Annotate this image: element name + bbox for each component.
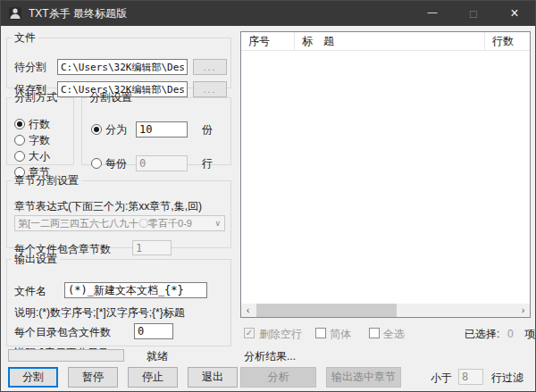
files-per-dir-input[interactable] (134, 323, 173, 339)
status-ready-label: 就绪 (147, 350, 168, 363)
selected-label: 已选择: (465, 328, 499, 340)
radio-size[interactable] (14, 151, 25, 162)
minimize-icon: — (428, 6, 438, 17)
radio-per-part[interactable] (91, 158, 102, 169)
app-window: TXT杀手 最终标题版 — □ × 文件 待分割 ... 保存到 ... 分割方… (0, 0, 536, 392)
minimize-button[interactable]: — (412, 1, 453, 26)
files-per-dir-label: 每个目录包含文件数 (14, 326, 111, 338)
scroll-right-icon[interactable]: › (516, 304, 530, 317)
filter-suffix-label: 行过滤 (491, 371, 523, 384)
radio-lines-label: 行数 (29, 118, 50, 130)
chapter-expr-label: 章节表达式(下面三个为:第xx章节,集,回) (14, 200, 202, 213)
output-settings-group: 输出设置 文件名 说明:(*)数字序号;[*]汉字序号;{*}标题 每个目录包含… (6, 252, 231, 346)
file-group-title: 文件 (12, 30, 38, 46)
radio-split-into[interactable] (91, 124, 102, 135)
split-method-title: 分割方式 (12, 90, 60, 105)
maximize-button: □ (453, 1, 494, 26)
window-title: TXT杀手 最终标题版 (29, 6, 127, 21)
chevron-down-icon: ∨ (211, 219, 224, 228)
close-button[interactable]: × (494, 1, 535, 26)
split-settings-title: 分割设置 (87, 90, 135, 105)
source-path-input[interactable] (57, 59, 188, 75)
file-group: 文件 待分割 ... 保存到 ... (6, 30, 231, 88)
chapter-list[interactable]: 序号 标 题 行数 ‹ › (240, 31, 531, 318)
radio-chars-label: 字数 (29, 134, 50, 146)
radio-size-label: 大小 (29, 150, 50, 163)
app-icon (8, 6, 22, 21)
chapter-settings-title: 章节分割设置 (12, 173, 81, 188)
simplified-label: 简体 (330, 328, 351, 340)
titlebar: TXT杀手 最终标题版 — □ × (1, 1, 535, 26)
column-index[interactable]: 序号 (241, 32, 295, 50)
filename-note: 说明:(*)数字序号;[*]汉字序号;{*}标题 (14, 306, 185, 319)
parts-count-input[interactable] (136, 121, 188, 138)
split-into-label: 分为 (105, 123, 127, 136)
scroll-left-icon[interactable]: ‹ (241, 304, 255, 317)
per-part-unit-label: 行 (202, 157, 213, 170)
analysis-result-label: 分析结果... (244, 350, 296, 363)
split-button[interactable]: 分割 (8, 367, 58, 388)
split-method-group: 分割方式 行数 字数 大小 章节 (6, 90, 74, 165)
analyze-button: 分析 (240, 367, 316, 388)
column-linecount[interactable]: 行数 (485, 32, 530, 50)
filter-lines-input (458, 369, 483, 385)
source-label: 待分割 (14, 61, 46, 73)
delete-blank-label: 删除空行 (259, 328, 302, 340)
per-part-input (136, 155, 188, 171)
chapter-settings-group: 章节分割设置 章节表达式(下面三个为:第xx章节,集,回) 第[一二两三四五六七… (6, 173, 231, 248)
select-all-label: 全选 (383, 328, 405, 340)
progress-bar (8, 349, 124, 362)
chapter-expr-combobox: 第[一二两三四五六七八九十〇零百千0-9 ∨ (14, 215, 225, 231)
chapter-expr-value: 第[一二两三四五六七八九十〇零百千0-9 (18, 217, 192, 230)
output-settings-title: 输出设置 (12, 252, 60, 267)
filename-label: 文件名 (14, 285, 46, 297)
radio-lines[interactable] (14, 119, 25, 129)
parts-unit-label: 份 (202, 123, 213, 136)
scrollbar-thumb[interactable] (256, 304, 397, 317)
chapter-list-header: 序号 标 题 行数 (241, 32, 530, 51)
window-controls: — □ × (412, 1, 535, 26)
split-settings-group: 分割设置 分为 份 每份 行 (81, 90, 231, 165)
selected-count: 0 (507, 328, 514, 340)
delete-blank-checkbox: ✓ (244, 328, 255, 338)
column-title[interactable]: 标 题 (295, 32, 485, 50)
select-all-checkbox[interactable] (369, 328, 380, 338)
stop-button[interactable]: 停止 (128, 367, 178, 388)
selected-unit-label: 项 (524, 328, 535, 340)
exit-button[interactable]: 退出 (188, 367, 238, 388)
maximize-icon: □ (470, 7, 477, 21)
horizontal-scrollbar[interactable]: ‹ › (241, 304, 530, 317)
chapter-list-body (241, 51, 530, 304)
per-part-label: 每份 (105, 157, 127, 170)
radio-chars[interactable] (14, 135, 25, 146)
pause-button[interactable]: 暂停 (68, 367, 118, 388)
close-icon: × (510, 5, 518, 21)
filter-prefix-label: 小于 (431, 371, 452, 384)
filename-input[interactable] (64, 282, 207, 298)
simplified-checkbox[interactable] (315, 328, 326, 338)
source-browse-button[interactable]: ... (193, 59, 227, 75)
export-selected-button: 输出选中章节 (326, 367, 401, 388)
